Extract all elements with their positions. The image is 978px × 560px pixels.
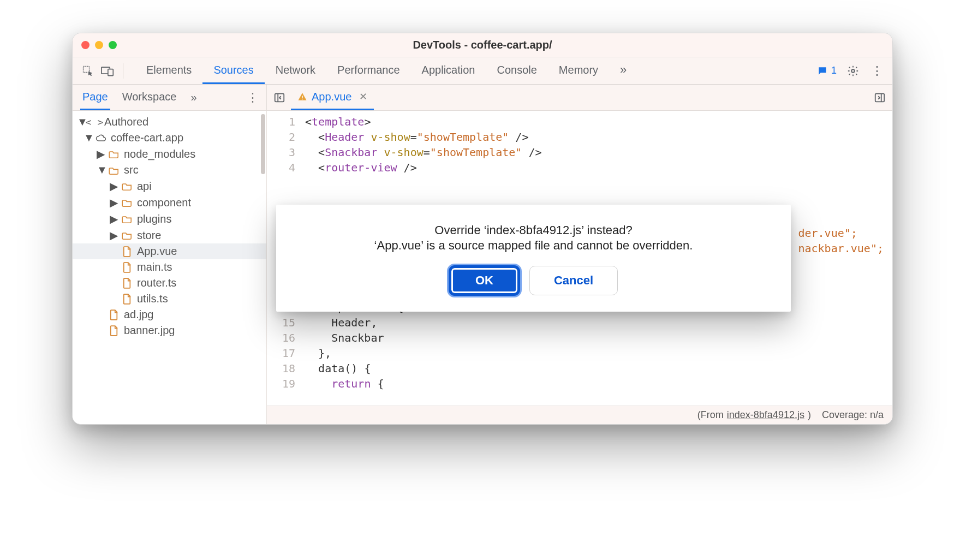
divider: [123, 63, 123, 79]
tab-elements[interactable]: Elements: [135, 57, 202, 84]
source-from-suffix: ): [808, 409, 811, 421]
issues-icon: [817, 65, 828, 76]
tree-file-main-ts[interactable]: main.ts: [73, 259, 266, 275]
tree-file-utils-ts[interactable]: utils.ts: [73, 291, 266, 307]
code-line[interactable]: 4 <router-view />: [267, 160, 892, 175]
file-navigator[interactable]: ▼ < > Authored ▼ coffee-cart.app ▶ node_…: [73, 111, 267, 424]
tree-folder-plugins[interactable]: ▶plugins: [73, 211, 266, 227]
navigator-tab-page[interactable]: Page: [80, 85, 110, 110]
issues-count: 1: [831, 65, 837, 76]
tree-folder-store[interactable]: ▶store: [73, 227, 266, 243]
svg-rect-7: [302, 99, 303, 100]
device-toolbar-icon[interactable]: [100, 63, 115, 79]
svg-rect-6: [302, 96, 303, 98]
code-peek-right: der.vue";nackbar.vue";: [798, 225, 884, 256]
folder-icon: [109, 165, 120, 176]
file-icon: [122, 294, 133, 305]
tabs-overflow-icon[interactable]: »: [609, 57, 637, 84]
file-tab-label: App.vue: [312, 91, 351, 103]
tree-label: utils.ts: [137, 293, 168, 305]
svg-rect-2: [108, 69, 113, 75]
tree-file-app-vue[interactable]: App.vue: [73, 243, 266, 259]
tab-network[interactable]: Network: [265, 57, 326, 84]
tab-application[interactable]: Application: [411, 57, 486, 84]
tree-folder-src[interactable]: ▼ src: [73, 162, 266, 178]
tree-file-banner-jpg[interactable]: banner.jpg: [73, 323, 266, 338]
folder-icon: [122, 197, 133, 208]
code-line[interactable]: 2 <Header v-show="showTemplate" />: [267, 129, 892, 145]
tree-folder-api[interactable]: ▶api: [73, 178, 266, 194]
devtools-window: DevTools - coffee-cart.app/ Elements Sou…: [72, 33, 893, 425]
tree-folder-component[interactable]: ▶component: [73, 194, 266, 211]
folder-icon: [122, 213, 133, 224]
navigator-more-icon[interactable]: ⋮: [247, 91, 259, 105]
ok-button[interactable]: OK: [449, 266, 520, 295]
tree-site[interactable]: ▼ coffee-cart.app: [73, 130, 266, 146]
cancel-button[interactable]: Cancel: [529, 266, 618, 295]
tree-label: api: [137, 180, 152, 193]
coverage-status: Coverage: n/a: [822, 409, 884, 421]
tree-folder-node-modules[interactable]: ▶ node_modules: [73, 146, 266, 162]
tree-label: coffee-cart.app: [111, 132, 183, 144]
tree-label: main.ts: [137, 261, 172, 273]
tree-file-ad-jpg[interactable]: ad.jpg: [73, 307, 266, 323]
override-dialog: Override ‘index-8bfa4912.js’ instead? ‘A…: [276, 205, 791, 312]
tree-label: ad.jpg: [124, 308, 154, 321]
folder-icon: [109, 148, 120, 159]
tree-label: store: [137, 229, 161, 242]
tree-label: Authored: [104, 116, 148, 128]
close-tab-icon[interactable]: ✕: [359, 91, 367, 103]
issues-button[interactable]: 1: [817, 65, 837, 76]
tree-label: node_modules: [124, 148, 195, 160]
code-line[interactable]: 15 Header,: [267, 315, 892, 330]
warning-icon: [297, 92, 307, 102]
more-icon[interactable]: ⋮: [869, 63, 885, 79]
tree-label: src: [124, 164, 139, 176]
tree-label: router.ts: [137, 277, 176, 289]
inspect-element-icon[interactable]: [80, 63, 96, 79]
code-line[interactable]: 19 return {: [267, 376, 892, 391]
navigator-overflow-icon[interactable]: »: [188, 85, 199, 110]
tab-sources[interactable]: Sources: [202, 57, 264, 84]
code-line[interactable]: 18 data() {: [267, 361, 892, 376]
code-line[interactable]: 16 Snackbar: [267, 330, 892, 345]
navigator-tab-workspace[interactable]: Workspace: [120, 85, 179, 110]
brackets-icon: < >: [89, 117, 100, 128]
tree-label: plugins: [137, 213, 171, 225]
code-line[interactable]: 1<template>: [267, 114, 892, 129]
dialog-line-1: Override ‘index-8bfa4912.js’ instead?: [291, 223, 776, 237]
toggle-navigator-icon[interactable]: [272, 91, 287, 105]
folder-icon: [122, 181, 133, 192]
tab-memory[interactable]: Memory: [548, 57, 609, 84]
zoom-icon[interactable]: [109, 41, 117, 49]
folder-icon: [122, 230, 133, 241]
dialog-line-2: ‘App.vue’ is a source mapped file and ca…: [291, 239, 776, 253]
source-from-prefix: (From: [697, 409, 724, 421]
settings-icon[interactable]: [845, 63, 861, 79]
file-icon: [109, 309, 120, 320]
tree-label: component: [137, 196, 191, 209]
tab-performance[interactable]: Performance: [326, 57, 411, 84]
scrollbar-thumb[interactable]: [261, 114, 265, 174]
file-icon: [122, 246, 133, 257]
tab-console[interactable]: Console: [486, 57, 547, 84]
tree-authored[interactable]: ▼ < > Authored: [73, 114, 266, 130]
sources-toolbar: Page Workspace » ⋮ App.vue ✕: [73, 85, 892, 111]
tree-label: App.vue: [137, 245, 177, 258]
code-line[interactable]: 3 <Snackbar v-show="showTemplate" />: [267, 145, 892, 160]
file-tab-app-vue[interactable]: App.vue ✕: [291, 85, 374, 110]
minimize-icon[interactable]: [95, 41, 103, 49]
close-icon[interactable]: [81, 41, 90, 49]
source-from-link[interactable]: index-8bfa4912.js: [727, 409, 804, 421]
code-line[interactable]: 17 },: [267, 345, 892, 361]
tree-file-router-ts[interactable]: router.ts: [73, 275, 266, 291]
cloud-icon: [96, 133, 106, 144]
navigator-header: Page Workspace » ⋮: [73, 85, 267, 110]
panel-tabs: Elements Sources Network Performance App…: [135, 57, 637, 84]
editor-header: App.vue ✕: [267, 85, 892, 110]
main-toolbar: Elements Sources Network Performance App…: [73, 57, 892, 85]
window-title: DevTools - coffee-cart.app/: [73, 39, 892, 51]
toggle-debugger-icon[interactable]: [873, 91, 887, 105]
file-icon: [109, 325, 120, 336]
editor-statusbar: (From index-8bfa4912.js ) Coverage: n/a: [267, 406, 892, 424]
